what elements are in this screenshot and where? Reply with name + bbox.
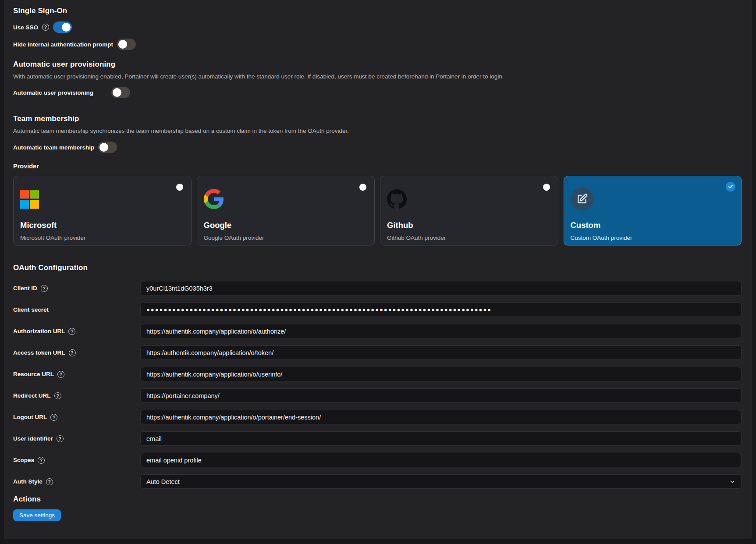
help-icon[interactable]: ? bbox=[57, 371, 64, 378]
chevron-down-icon bbox=[729, 479, 735, 485]
help-icon[interactable]: ? bbox=[68, 328, 75, 335]
provisioning-row: Automatic user provisioning bbox=[13, 87, 742, 98]
hide-prompt-toggle[interactable] bbox=[117, 39, 136, 50]
provider-label: Provider bbox=[13, 163, 742, 170]
client-secret-row: Client secret bbox=[13, 302, 742, 317]
client-id-input[interactable] bbox=[140, 281, 742, 295]
save-settings-button[interactable]: Save settings bbox=[13, 509, 61, 521]
resource-url-row: Resource URL? bbox=[13, 367, 742, 381]
resource-url-input[interactable] bbox=[140, 367, 742, 381]
user-identifier-label: User identifier bbox=[13, 435, 53, 442]
access-token-url-row: Access token URL? bbox=[13, 345, 742, 360]
team-description: Automatic team membership synchronizes t… bbox=[13, 127, 742, 135]
provisioning-section-title: Automatic user provisioning bbox=[13, 60, 742, 69]
client-secret-input[interactable] bbox=[140, 302, 742, 317]
access-token-url-input[interactable] bbox=[140, 345, 742, 360]
client-id-row: Client ID? bbox=[13, 281, 742, 295]
scopes-row: Scopes? bbox=[13, 453, 742, 467]
help-icon[interactable]: ? bbox=[46, 478, 53, 485]
help-icon[interactable]: ? bbox=[41, 285, 48, 292]
redirect-url-input[interactable] bbox=[140, 388, 742, 403]
radio-unchecked-icon[interactable] bbox=[359, 184, 366, 191]
use-sso-toggle[interactable] bbox=[53, 21, 72, 33]
card-subtitle: Github OAuth provider bbox=[387, 235, 551, 241]
auth-style-select[interactable]: Auto Detect bbox=[140, 474, 742, 489]
auth-style-label: Auth Style bbox=[13, 478, 43, 485]
user-identifier-input[interactable] bbox=[140, 431, 742, 446]
toggle-knob bbox=[99, 143, 108, 152]
redirect-url-label: Redirect URL bbox=[13, 392, 51, 399]
card-subtitle: Custom OAuth provider bbox=[571, 235, 735, 241]
provisioning-toggle-label: Automatic user provisioning bbox=[13, 89, 93, 96]
toggle-knob bbox=[118, 40, 127, 49]
client-id-label: Client ID bbox=[13, 285, 37, 292]
card-title: Google bbox=[204, 220, 368, 230]
hide-prompt-label: Hide internal authentication prompt bbox=[13, 41, 113, 48]
sso-section-title: Single Sign-On bbox=[13, 6, 742, 16]
team-section-title: Team membership bbox=[13, 114, 742, 124]
use-sso-label: Use SSO bbox=[13, 24, 38, 31]
github-logo bbox=[387, 189, 551, 209]
provisioning-description: With automatic user provisioning enabled… bbox=[13, 73, 742, 81]
provider-card-github[interactable]: Github Github OAuth provider bbox=[380, 176, 558, 245]
authorization-url-label: Authorization URL bbox=[13, 328, 65, 334]
help-icon[interactable]: ? bbox=[69, 349, 76, 356]
scopes-label: Scopes bbox=[13, 457, 34, 463]
toggle-knob bbox=[62, 23, 71, 32]
use-sso-row: Use SSO ? bbox=[13, 21, 742, 33]
hide-prompt-row: Hide internal authentication prompt bbox=[13, 39, 742, 50]
actions-section-title: Actions bbox=[13, 494, 742, 504]
help-icon[interactable]: ? bbox=[38, 457, 45, 464]
logout-url-row: Logout URL? bbox=[13, 410, 742, 424]
team-toggle[interactable] bbox=[98, 142, 117, 153]
authorization-url-input[interactable] bbox=[140, 324, 742, 338]
card-title: Custom bbox=[571, 220, 735, 230]
resource-url-label: Resource URL bbox=[13, 371, 54, 377]
help-icon[interactable]: ? bbox=[57, 435, 64, 442]
google-logo bbox=[204, 189, 368, 209]
help-icon[interactable]: ? bbox=[50, 414, 57, 421]
microsoft-logo bbox=[20, 189, 185, 209]
provider-card-microsoft[interactable]: Microsoft Microsoft OAuth provider bbox=[13, 176, 192, 245]
card-subtitle: Google OAuth provider bbox=[204, 235, 368, 241]
access-token-url-label: Access token URL bbox=[13, 349, 65, 356]
edit-icon bbox=[571, 189, 735, 209]
logout-url-input[interactable] bbox=[140, 410, 742, 424]
scopes-input[interactable] bbox=[140, 453, 742, 467]
auth-style-selected-value: Auto Detect bbox=[146, 478, 180, 485]
help-icon[interactable]: ? bbox=[54, 392, 61, 399]
redirect-url-row: Redirect URL? bbox=[13, 388, 742, 403]
radio-unchecked-icon[interactable] bbox=[543, 184, 550, 191]
user-identifier-row: User identifier? bbox=[13, 431, 742, 446]
provider-cards: Microsoft Microsoft OAuth provider Googl… bbox=[13, 176, 742, 245]
oauth-section-title: OAuth Configuration bbox=[13, 263, 742, 273]
check-icon[interactable] bbox=[726, 182, 735, 192]
toggle-knob bbox=[113, 88, 121, 97]
help-icon[interactable]: ? bbox=[42, 24, 49, 31]
provider-card-google[interactable]: Google Google OAuth provider bbox=[197, 176, 375, 245]
card-title: Github bbox=[387, 220, 551, 230]
client-secret-label: Client secret bbox=[13, 306, 49, 313]
team-toggle-label: Automatic team membership bbox=[13, 144, 94, 151]
provisioning-toggle[interactable] bbox=[111, 87, 130, 98]
settings-panel: Single Sign-On Use SSO ? Hide internal a… bbox=[4, 0, 752, 539]
logout-url-label: Logout URL bbox=[13, 414, 47, 420]
authorization-url-row: Authorization URL? bbox=[13, 324, 742, 338]
radio-unchecked-icon[interactable] bbox=[176, 184, 183, 191]
provider-card-custom[interactable]: Custom Custom OAuth provider bbox=[564, 176, 742, 245]
team-row: Automatic team membership bbox=[13, 142, 742, 153]
card-title: Microsoft bbox=[20, 220, 185, 230]
auth-style-row: Auth Style? Auto Detect bbox=[13, 474, 742, 489]
card-subtitle: Microsoft OAuth provider bbox=[20, 235, 185, 241]
